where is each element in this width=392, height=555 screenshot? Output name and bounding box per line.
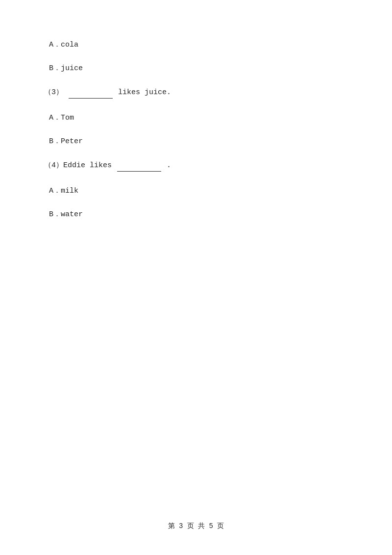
option-b-juice: B．juice: [44, 63, 348, 75]
option-a-milk-text: A．milk: [49, 187, 78, 195]
page-content: A．cola B．juice （3） likes juice. A．Tom B．…: [0, 0, 392, 272]
option-b-water-text: B．water: [49, 210, 83, 219]
option-a-cola: A．cola: [44, 39, 348, 51]
question-3-suffix: likes juice.: [118, 88, 171, 97]
option-b-peter-text: B．Peter: [49, 137, 83, 146]
question-4-suffix: .: [167, 161, 171, 170]
option-b-peter: B．Peter: [44, 136, 348, 148]
question-4-prefix: （4）Eddie likes: [44, 161, 112, 170]
page-footer: 第 3 页 共 5 页: [0, 522, 392, 530]
option-a-cola-text: A．cola: [49, 41, 78, 49]
question-3-prefix: （3）: [44, 88, 63, 97]
question-4: （4）Eddie likes .: [44, 159, 348, 172]
option-a-tom-text: A．Tom: [49, 114, 74, 122]
option-a-tom: A．Tom: [44, 112, 348, 124]
question-4-blank: [117, 159, 161, 172]
option-a-milk: A．milk: [44, 185, 348, 197]
question-3-blank: [69, 86, 113, 99]
option-b-water: B．water: [44, 209, 348, 221]
question-3: （3） likes juice.: [44, 86, 348, 99]
option-b-juice-text: B．juice: [49, 64, 83, 73]
footer-text: 第 3 页 共 5 页: [168, 522, 224, 530]
